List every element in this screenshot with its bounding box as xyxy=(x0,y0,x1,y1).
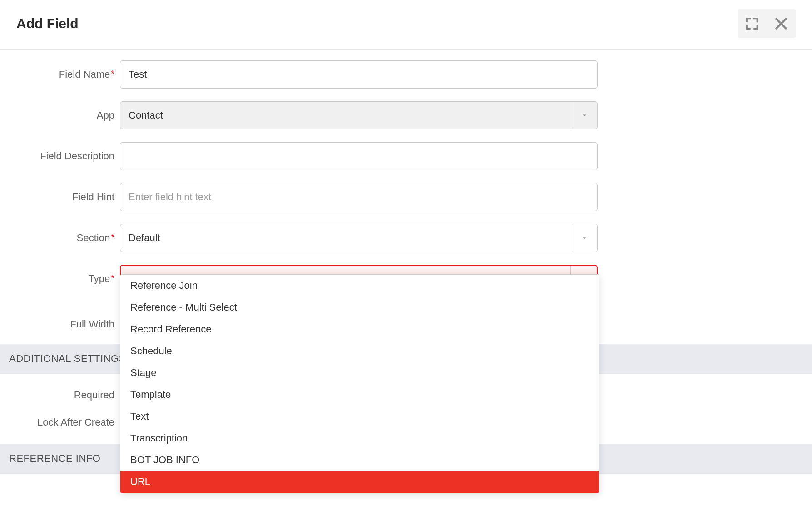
close-icon[interactable] xyxy=(767,9,796,38)
type-option[interactable]: Template xyxy=(120,384,599,406)
type-option[interactable]: Reference Join xyxy=(120,275,599,297)
label-field-name: Field Name* xyxy=(9,69,120,80)
label-full-width: Full Width xyxy=(9,318,120,330)
type-option[interactable]: BOT JOB INFO xyxy=(120,449,599,471)
type-option[interactable]: Stage xyxy=(120,362,599,384)
field-description-input[interactable] xyxy=(120,142,598,170)
field-hint-input[interactable] xyxy=(120,183,598,211)
field-name-input[interactable] xyxy=(120,60,598,89)
label-type: Type* xyxy=(9,273,120,285)
type-option[interactable]: Text xyxy=(120,406,599,427)
type-dropdown-panel: Reference JoinReference - Multi SelectRe… xyxy=(120,274,599,493)
header-actions xyxy=(738,9,796,38)
chevron-down-icon xyxy=(571,224,597,252)
required-mark: * xyxy=(111,232,114,242)
expand-icon[interactable] xyxy=(738,9,767,38)
type-option[interactable]: Schedule xyxy=(120,340,599,362)
app-select-value: Contact xyxy=(120,109,571,121)
type-option[interactable]: Record Reference xyxy=(120,318,599,340)
label-app: App xyxy=(9,109,120,121)
label-required: Required xyxy=(9,389,120,401)
required-mark: * xyxy=(111,273,114,283)
modal-header: Add Field xyxy=(0,0,812,50)
label-lock-after-create: Lock After Create xyxy=(9,416,120,428)
type-option[interactable]: URL xyxy=(120,471,599,493)
app-select[interactable]: Contact xyxy=(120,101,598,129)
row-field-name: Field Name* xyxy=(0,60,812,89)
section-select-value: Default xyxy=(120,232,571,244)
row-app: App Contact xyxy=(0,101,812,129)
label-field-hint: Field Hint xyxy=(9,191,120,203)
type-option[interactable]: Reference - Multi Select xyxy=(120,297,599,318)
modal-title: Add Field xyxy=(16,16,79,31)
required-mark: * xyxy=(111,69,114,79)
type-option[interactable]: Transcription xyxy=(120,427,599,449)
label-section: Section* xyxy=(9,232,120,244)
row-field-description: Field Description xyxy=(0,142,812,170)
chevron-down-icon xyxy=(571,102,597,129)
row-section: Section* Default xyxy=(0,224,812,252)
section-select[interactable]: Default xyxy=(120,224,598,252)
label-field-description: Field Description xyxy=(9,150,120,162)
row-field-hint: Field Hint xyxy=(0,183,812,211)
